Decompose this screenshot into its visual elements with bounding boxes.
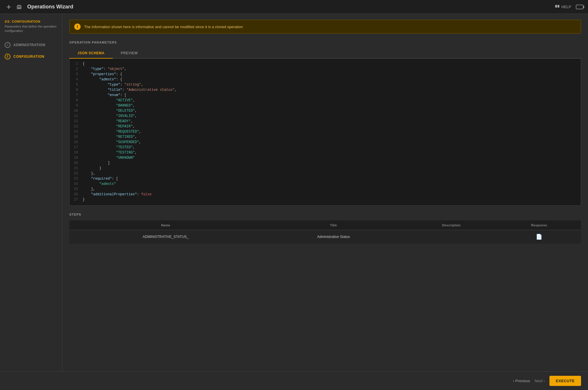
battery-icon xyxy=(576,5,583,9)
alert-message: The information shown here is informativ… xyxy=(84,25,243,29)
tab-preview[interactable]: PREVIEW xyxy=(113,48,146,58)
code-line: 3 "properties": { xyxy=(70,72,581,77)
sidebar-item-label: ADMINISTRATION xyxy=(13,43,45,47)
svg-rect-3 xyxy=(18,7,20,8)
steps-title: STEPS xyxy=(69,213,581,216)
steps-table: Name Title Description Response ADMINIST… xyxy=(69,220,581,244)
row-title: Administrative Status xyxy=(262,230,405,244)
alert-banner: ! The information shown here is informat… xyxy=(69,20,581,34)
tab-json-schema[interactable]: JSON SCHEMA xyxy=(69,48,113,58)
col-name: Name xyxy=(70,221,262,230)
next-button[interactable]: Next › xyxy=(535,379,545,383)
sidebar-step-desc: Parameters that define the operation con… xyxy=(0,24,62,39)
main-layout: 2/2: CONFIGURATION Parameters that defin… xyxy=(0,14,588,371)
col-title: Title xyxy=(262,221,405,230)
sidebar-item-administration[interactable]: ✓ ADMINISTRATION xyxy=(0,39,62,51)
code-line: 20 ] xyxy=(70,161,581,166)
nav-check-icon: ✓ xyxy=(5,42,10,48)
footer: ‹ Previous Next › EXECUTE xyxy=(0,371,588,390)
sidebar-item-configuration[interactable]: 2 CONFIGURATION xyxy=(0,51,62,62)
code-line: 23 "required": [ xyxy=(70,176,581,182)
code-line: 27 } xyxy=(70,197,581,203)
svg-rect-5 xyxy=(558,5,559,8)
previous-button[interactable]: ‹ Previous xyxy=(513,379,530,383)
code-line: 10 "DELETED", xyxy=(70,109,581,114)
header-actions: HELP xyxy=(555,5,583,9)
code-line: 14 "REQUESTED", xyxy=(70,129,581,135)
page-title: Operations Wizard xyxy=(27,4,555,10)
col-response: Response xyxy=(498,221,581,230)
code-line: 16 "SUSPENDED", xyxy=(70,140,581,145)
row-description xyxy=(405,230,498,244)
table-row: ADMINISTRATIVE_STATUS_ Administrative St… xyxy=(70,230,581,244)
code-line: 6 "title": "Administrative status", xyxy=(70,88,581,93)
table-header-row: Name Title Description Response xyxy=(70,221,581,230)
code-line: 26 "additionalProperties": false xyxy=(70,192,581,197)
code-line: 25 ], xyxy=(70,187,581,192)
nav-number-icon: 2 xyxy=(5,54,10,59)
alert-icon: ! xyxy=(74,24,81,30)
code-line: 4 "admsts": { xyxy=(70,77,581,82)
print-icon[interactable] xyxy=(15,3,23,11)
close-icon[interactable] xyxy=(5,3,13,11)
code-line: 17 "TESTED", xyxy=(70,145,581,150)
row-name: ADMINISTRATIVE_STATUS_ xyxy=(70,230,262,244)
code-editor: 1 { 2 "type": "object", 3 "properties": … xyxy=(69,59,581,206)
code-line: 12 "READY", xyxy=(70,119,581,124)
code-line: 18 "TESTING", xyxy=(70,150,581,156)
code-line: 19 "UNKNOWN" xyxy=(70,156,581,161)
row-response[interactable]: 📄 xyxy=(498,230,581,244)
col-description: Description xyxy=(405,221,498,230)
sidebar: 2/2: CONFIGURATION Parameters that defin… xyxy=(0,14,62,371)
sidebar-step-label: 2/2: CONFIGURATION xyxy=(0,20,62,24)
code-line: 13 "REPAIR", xyxy=(70,124,581,129)
execute-button[interactable]: EXECUTE xyxy=(549,376,581,386)
help-button[interactable]: HELP xyxy=(555,5,571,9)
operation-params-title: OPERATION PARAMETERS xyxy=(69,41,581,44)
svg-rect-4 xyxy=(555,5,557,8)
code-line: 24 "admsts" xyxy=(70,182,581,187)
sidebar-item-label: CONFIGURATION xyxy=(13,55,44,59)
code-line: 22 }, xyxy=(70,171,581,176)
tabs-container: JSON SCHEMA PREVIEW xyxy=(69,48,581,59)
code-line: 21 } xyxy=(70,166,581,171)
code-line: 15 "RETIRED", xyxy=(70,135,581,140)
code-line: 1 { xyxy=(70,62,581,67)
code-line: 8 "ACTIVE", xyxy=(70,98,581,103)
app-header: Operations Wizard HELP xyxy=(0,0,588,14)
steps-section: STEPS Name Title Description Response AD… xyxy=(69,213,581,244)
code-line: 7 "enum": [ xyxy=(70,93,581,98)
code-line: 11 "INVALID", xyxy=(70,114,581,119)
document-icon[interactable]: 📄 xyxy=(536,234,542,240)
svg-rect-1 xyxy=(8,5,9,9)
code-line: 5 "type": "string", xyxy=(70,82,581,88)
code-line: 9 "BANNED", xyxy=(70,103,581,109)
content-area: ! The information shown here is informat… xyxy=(62,14,588,371)
code-line: 2 "type": "object", xyxy=(70,67,581,72)
